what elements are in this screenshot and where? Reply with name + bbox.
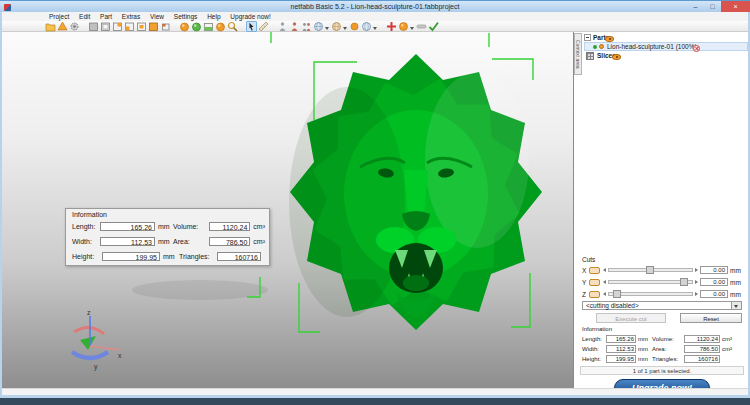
length-value: 165.26	[100, 222, 155, 231]
repair-sphere-icon[interactable]	[179, 21, 190, 32]
view-cube-1-icon[interactable]	[88, 21, 99, 32]
globe-2-icon[interactable]	[331, 21, 342, 32]
cut-z-slider-handle[interactable]	[613, 290, 621, 298]
triangles-value: 160716	[217, 252, 261, 261]
cut-z-value[interactable]: 0.00	[700, 290, 728, 298]
length-label: Length:	[72, 223, 100, 230]
reset-button[interactable]: Reset	[680, 313, 742, 323]
view-cube-2-icon[interactable]	[100, 21, 111, 32]
height-label: Height:	[72, 253, 102, 260]
part-sphere-icon	[599, 44, 604, 49]
select-cursor-icon[interactable]	[246, 21, 257, 32]
cut-z-right-arrow[interactable]	[695, 292, 698, 296]
status-bar	[2, 388, 748, 395]
view-cube-orange-icon[interactable]	[148, 21, 159, 32]
length-unit: mm	[155, 223, 173, 230]
toolbar	[2, 21, 748, 32]
globe-3-icon[interactable]	[361, 21, 372, 32]
cut-row-x: X 0.00 mm	[582, 265, 742, 275]
panel-volume-unit: cm³	[720, 336, 732, 342]
action-sphere-icon[interactable]	[398, 21, 409, 32]
panel-area-value: 786.50	[684, 345, 720, 353]
axis-z-label: z	[87, 309, 91, 316]
dropdown-caret-icon[interactable]	[731, 302, 741, 309]
cutting-mode-dropdown[interactable]: <cutting disabled>	[582, 301, 742, 310]
cut-x-unit: mm	[728, 267, 742, 274]
globe-1-icon[interactable]	[313, 21, 324, 32]
cut-x-left-arrow[interactable]	[603, 268, 606, 272]
panel-info-title: Information	[582, 326, 612, 332]
panel-triangles-label: Triangles:	[652, 356, 684, 362]
axis-x-label: x	[118, 352, 122, 359]
panel-area-label: Area:	[652, 346, 684, 352]
slices-visibility-eye-icon[interactable]	[612, 54, 621, 60]
platform-box-icon[interactable]	[203, 21, 214, 32]
settings-gear-icon[interactable]	[69, 21, 80, 32]
view-cube-7-icon[interactable]	[160, 21, 171, 32]
part-item-label: Lion-head-sculpture-01 (100%)	[607, 43, 697, 50]
tree-row-slices[interactable]: Slices	[584, 51, 748, 60]
cut-x-right-arrow[interactable]	[695, 268, 698, 272]
area-label: Area:	[173, 238, 209, 245]
cut-y-left-arrow[interactable]	[603, 280, 606, 284]
cut-y-slider[interactable]	[608, 280, 693, 284]
area-value: 786.50	[209, 237, 251, 246]
panel-volume-label: Volume:	[652, 336, 684, 342]
cut-row-y: Y 0.00 mm	[582, 277, 742, 287]
axis-y-label: y	[94, 363, 98, 371]
sphere-small-icon[interactable]	[349, 21, 360, 32]
collapse-expander-icon[interactable]	[584, 34, 591, 41]
apply-check-icon[interactable]	[428, 21, 439, 32]
part-status-dot-icon	[593, 45, 597, 49]
action-sphere-dropdown-caret[interactable]	[410, 27, 414, 30]
context-area-tab[interactable]: Context area	[574, 33, 582, 75]
globe-1-dropdown-caret[interactable]	[325, 27, 329, 30]
execute-cut-button[interactable]: Execute cut	[596, 313, 666, 323]
view-cube-4-icon[interactable]	[124, 21, 135, 32]
height-unit: mm	[160, 253, 179, 260]
figure-red-icon[interactable]	[289, 21, 300, 32]
panel-height-value: 199.95	[606, 355, 636, 363]
cut-y-right-arrow[interactable]	[695, 280, 698, 284]
volume-label: Volume:	[173, 223, 209, 230]
repair-sphere-green-icon[interactable]	[191, 21, 202, 32]
cut-z-left-arrow[interactable]	[603, 292, 606, 296]
selection-status: 1 of 1 part is selected.	[580, 366, 744, 375]
collapse-pill-icon[interactable]	[416, 21, 427, 32]
info-panel-title: Information	[72, 211, 107, 218]
cut-z-checkbox[interactable]	[589, 291, 600, 298]
measure-ruler-icon[interactable]	[258, 21, 269, 32]
cut-y-unit: mm	[728, 279, 742, 286]
sphere-orange-icon[interactable]	[215, 21, 226, 32]
cut-y-slider-handle[interactable]	[680, 278, 688, 286]
panel-area-unit: cm²	[720, 346, 732, 352]
cut-x-checkbox[interactable]	[589, 267, 600, 274]
cut-x-slider-handle[interactable]	[646, 266, 654, 274]
tree-row-parts[interactable]: Parts	[584, 33, 748, 42]
view-cube-3-icon[interactable]	[112, 21, 123, 32]
open-folder-icon[interactable]	[45, 21, 56, 32]
cut-y-checkbox[interactable]	[589, 279, 600, 286]
3d-viewport[interactable]: z x y Information Length: 165.26 mm Volu…	[2, 32, 573, 388]
cut-z-slider[interactable]	[608, 292, 693, 296]
cut-x-slider[interactable]	[608, 268, 693, 272]
import-part-icon[interactable]	[57, 21, 68, 32]
volume-value: 1120.24	[209, 222, 251, 231]
title-bar: netfabb Basic 5.2 - Lion-head-sculpture-…	[0, 0, 750, 12]
zoom-magnifier-icon[interactable]	[227, 21, 238, 32]
cutting-mode-value: <cutting disabled>	[586, 302, 639, 309]
add-plus-icon[interactable]	[386, 21, 397, 32]
figure-gray-icon[interactable]	[277, 21, 288, 32]
app-window: netfabb Basic 5.2 - Lion-head-sculpture-…	[0, 0, 750, 405]
tree-row-part[interactable]: Lion-head-sculpture-01 (100%)	[584, 42, 748, 51]
panel-height-label: Height:	[582, 356, 606, 362]
axis-gizmo: z x y	[60, 308, 124, 372]
panel-volume-value: 1120.24	[684, 335, 720, 343]
floating-info-panel: Information Length: 165.26 mm Volume: 11…	[65, 208, 270, 266]
figure-pair-icon[interactable]	[301, 21, 312, 32]
globe-3-dropdown-caret[interactable]	[373, 27, 377, 30]
globe-2-dropdown-caret[interactable]	[343, 27, 347, 30]
view-cube-5-icon[interactable]	[136, 21, 147, 32]
cut-y-value[interactable]: 0.00	[700, 278, 728, 286]
cut-x-value[interactable]: 0.00	[700, 266, 728, 274]
